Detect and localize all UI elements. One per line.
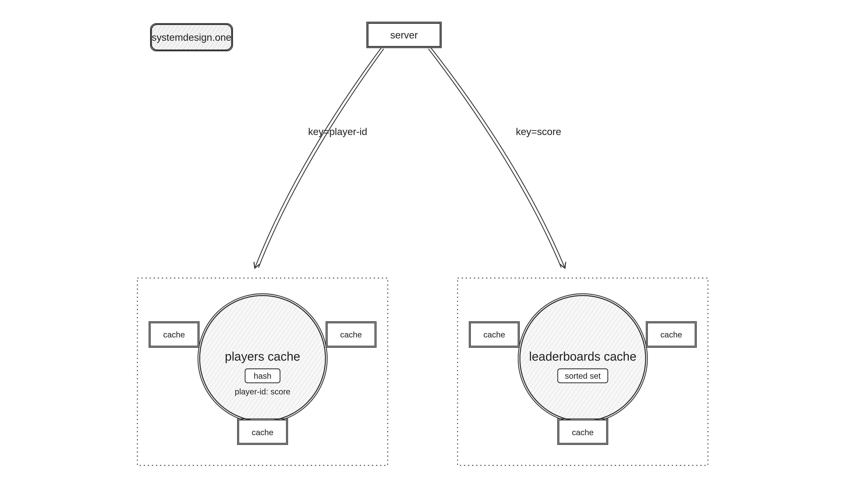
leaderboards-cache-replica-bottom-label: cache bbox=[572, 428, 594, 437]
arrow-right: key=score bbox=[429, 48, 565, 268]
arrow-right-label: key=score bbox=[516, 126, 561, 137]
watermark-badge: systemdesign.one bbox=[151, 24, 232, 51]
players-cache-replica-bottom-label: cache bbox=[252, 428, 274, 437]
cluster-players: players cache hash player-id: score cach… bbox=[137, 278, 388, 466]
players-cache-replica-left-label: cache bbox=[163, 330, 185, 339]
leaderboards-cache-replica-left: cache bbox=[469, 322, 519, 347]
players-cache-replica-left: cache bbox=[149, 322, 199, 347]
server-node: server bbox=[367, 22, 441, 48]
arrow-left: key=player-id bbox=[255, 48, 384, 268]
leaderboards-cache-replica-right-label: cache bbox=[660, 330, 682, 339]
server-label: server bbox=[391, 30, 418, 40]
players-cache-replica-right-label: cache bbox=[340, 330, 362, 339]
leaderboards-cache-tag: sorted set bbox=[565, 371, 601, 380]
leaderboards-cache-replica-left-label: cache bbox=[483, 330, 505, 339]
players-cache-node: players cache hash player-id: score bbox=[198, 294, 327, 423]
leaderboards-cache-replica-bottom: cache bbox=[558, 419, 608, 445]
players-cache-tag: hash bbox=[254, 371, 272, 380]
players-cache-title: players cache bbox=[225, 349, 300, 363]
leaderboards-cache-node: leaderboards cache sorted set bbox=[518, 294, 647, 423]
players-cache-replica-bottom: cache bbox=[238, 419, 288, 445]
cluster-leaderboards: leaderboards cache sorted set cache cach… bbox=[457, 278, 708, 466]
leaderboards-cache-title: leaderboards cache bbox=[529, 349, 637, 363]
watermark-label: systemdesign.one bbox=[152, 32, 231, 43]
players-cache-subtitle: player-id: score bbox=[235, 387, 291, 396]
players-cache-replica-right: cache bbox=[326, 322, 376, 347]
leaderboards-cache-replica-right: cache bbox=[646, 322, 696, 347]
arrow-left-label: key=player-id bbox=[308, 126, 367, 137]
